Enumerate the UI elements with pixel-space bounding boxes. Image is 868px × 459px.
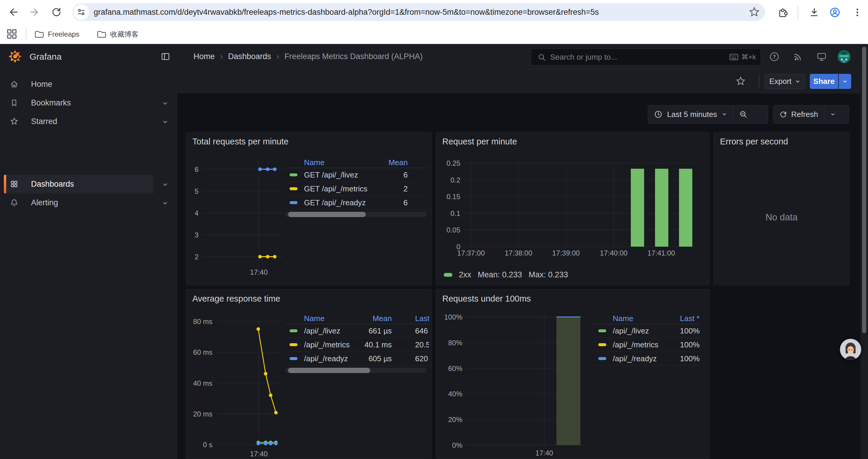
refresh-interval-dropdown[interactable] xyxy=(824,105,841,123)
scrollbar-thumb[interactable] xyxy=(288,212,366,217)
extensions-icon[interactable] xyxy=(777,6,788,18)
panel-title[interactable]: Request per minute xyxy=(442,137,517,146)
chart-total-requests[interactable]: 6543217:40 xyxy=(189,156,289,283)
chevron-down-icon[interactable] xyxy=(162,200,168,206)
sidebar-item-home[interactable]: Home xyxy=(0,75,177,94)
time-range-picker[interactable]: Last 5 minutes xyxy=(648,105,768,124)
legend-series-name[interactable]: 2xx xyxy=(459,270,471,280)
chevron-down-icon xyxy=(795,79,800,84)
share-button[interactable]: Share xyxy=(810,74,838,89)
sidebar-item-dashboards[interactable]: Dashboards xyxy=(0,175,177,193)
chart-request-per-minute[interactable]: 0.250.20.150.10.05017:37:0017:38:0017:39… xyxy=(437,154,712,263)
panel-title[interactable]: Total requests per minute xyxy=(192,137,289,146)
legend-hscrollbar[interactable] xyxy=(285,212,427,217)
legend-column-header[interactable]: Name xyxy=(613,314,667,323)
clock-icon xyxy=(654,110,662,119)
sidebar-item-bookmarks[interactable]: Bookmarks xyxy=(0,94,177,112)
legend-value: 100% xyxy=(667,354,700,363)
series-swatch xyxy=(289,201,298,204)
svg-text:5: 5 xyxy=(195,187,198,195)
favorite-star-icon[interactable] xyxy=(736,76,746,86)
svg-text:0%: 0% xyxy=(452,441,462,449)
svg-text:100%: 100% xyxy=(444,313,462,321)
legend-row[interactable]: GET /api/_/metrics2 xyxy=(285,182,429,196)
legend-row[interactable]: /api/_/livez661 µs646 µs xyxy=(285,324,429,338)
panel-title[interactable]: Average response time xyxy=(192,294,280,304)
floating-avatar[interactable] xyxy=(840,339,861,360)
breadcrumb-dashboards[interactable]: Dashboards xyxy=(228,52,271,61)
panel-title[interactable]: Requests under 100ms xyxy=(442,294,531,304)
user-avatar[interactable] xyxy=(837,50,851,64)
screen: grafana.mathmast.com/d/deytv4rwavabkb/fr… xyxy=(0,0,868,459)
scrollbar-thumb[interactable] xyxy=(288,368,370,373)
sidebar-item-alerting[interactable]: Alerting xyxy=(0,193,177,212)
svg-text:17:40: 17:40 xyxy=(250,450,268,458)
grafana-logo[interactable] xyxy=(8,50,22,63)
legend-column-header[interactable]: Name xyxy=(304,314,353,323)
page-scrollbar xyxy=(860,44,868,459)
legend-swatch[interactable] xyxy=(444,273,452,277)
legend-mean: Mean: 0.233 xyxy=(478,270,522,280)
svg-text:?: ? xyxy=(773,54,776,60)
legend-row[interactable]: GET /api/_/livez6 xyxy=(285,168,429,182)
rss-icon[interactable] xyxy=(793,52,803,62)
chevron-down-icon[interactable] xyxy=(162,100,168,107)
legend-column-header[interactable]: Mean xyxy=(372,158,408,167)
dock-menu-icon[interactable] xyxy=(161,52,170,61)
downloads-icon[interactable] xyxy=(808,6,819,18)
legend-column-header[interactable]: Last * xyxy=(392,314,427,323)
zoom-out-button[interactable] xyxy=(733,105,753,123)
active-item-highlight xyxy=(4,175,154,193)
back-icon[interactable] xyxy=(8,6,19,18)
reload-icon[interactable] xyxy=(51,6,62,18)
svg-text:17:39:00: 17:39:00 xyxy=(552,249,580,257)
svg-text:0 s: 0 s xyxy=(203,441,212,449)
brand-name[interactable]: Grafana xyxy=(30,44,61,69)
legend-column-header[interactable]: Name xyxy=(304,158,372,167)
breadcrumb-home[interactable]: Home xyxy=(193,52,215,61)
legend-row[interactable]: /api/_/readyz100% xyxy=(594,352,700,366)
bookmark-folder-freeleaps[interactable]: Freeleaps xyxy=(34,28,80,41)
legend-value: 100% xyxy=(667,326,700,335)
export-button[interactable]: Export xyxy=(765,74,805,89)
site-settings-icon[interactable] xyxy=(73,4,89,20)
legend-row[interactable]: /api/_/readyz605 µs620 µs xyxy=(285,352,429,366)
chart-requests-under-100ms[interactable]: 100%80%60%40%20%0%17:40 xyxy=(437,313,620,459)
legend-row[interactable]: /api/_/livez100% xyxy=(594,324,700,338)
svg-text:2: 2 xyxy=(195,253,198,261)
legend-column-header[interactable]: Last * xyxy=(667,314,700,323)
legend-row[interactable]: /api/_/metrics100% xyxy=(594,338,700,352)
refresh-button[interactable]: Refresh xyxy=(773,105,824,123)
legend-row[interactable]: /api/_/metrics40.1 ms20.5 ms xyxy=(285,338,429,352)
svg-text:0.15: 0.15 xyxy=(446,193,460,201)
legend-hscrollbar[interactable] xyxy=(285,368,427,373)
legend-value: 40.1 ms xyxy=(353,340,392,350)
share-dropdown-button[interactable] xyxy=(839,74,851,89)
svg-text:17:37:00: 17:37:00 xyxy=(457,249,485,257)
chevron-down-icon[interactable] xyxy=(162,119,168,125)
profile-icon[interactable] xyxy=(829,6,840,18)
search-input[interactable]: Search or jump to... ⌘+k xyxy=(531,48,761,66)
url-bar[interactable]: grafana.mathmast.com/d/deytv4rwavabkb/fr… xyxy=(72,3,765,21)
series-swatch xyxy=(289,357,298,360)
chart-average-response-time[interactable]: 80 ms60 ms40 ms20 ms0 s17:40 xyxy=(189,313,289,459)
apps-grid-icon[interactable] xyxy=(6,28,17,39)
action-divider xyxy=(759,74,759,88)
monitor-icon[interactable] xyxy=(816,52,827,62)
legend-row[interactable]: GET /api/_/readyz6 xyxy=(285,196,429,210)
sidebar-item-starred[interactable]: Starred xyxy=(0,112,177,131)
chevron-down-icon[interactable] xyxy=(162,182,168,188)
legend-column-header[interactable]: Mean xyxy=(353,314,392,323)
refresh-picker: Refresh xyxy=(773,105,849,124)
menu-icon[interactable] xyxy=(851,6,863,18)
bookmark-star-icon[interactable] xyxy=(749,6,760,18)
legend-value: 100% xyxy=(667,340,700,350)
bookmark-folder-blogs[interactable]: 收藏博客 xyxy=(97,28,138,41)
forward-icon[interactable] xyxy=(29,6,40,18)
sidebar-header: Grafana xyxy=(0,44,177,69)
scrollbar-thumb[interactable] xyxy=(862,47,866,333)
svg-text:17:40:00: 17:40:00 xyxy=(600,249,627,257)
svg-text:3: 3 xyxy=(195,231,198,239)
help-icon[interactable]: ? xyxy=(769,52,779,62)
panel-title[interactable]: Errors per second xyxy=(720,137,788,146)
